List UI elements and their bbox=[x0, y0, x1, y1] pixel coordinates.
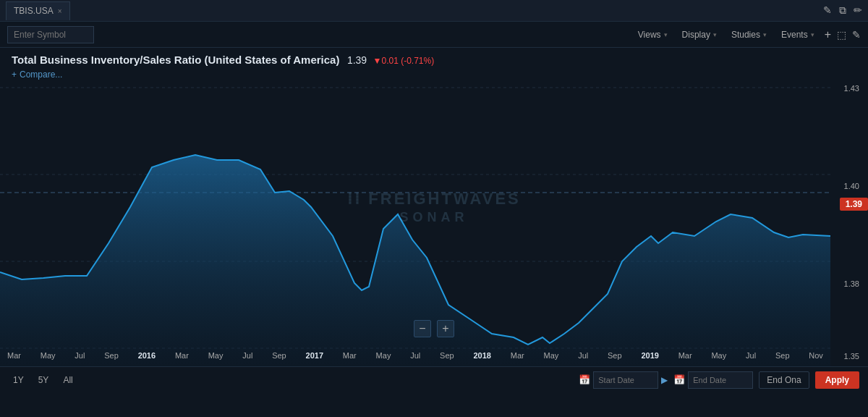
x-label-year-2019: 2019 bbox=[641, 351, 658, 360]
chart-svg bbox=[0, 48, 830, 366]
end-date-group: 📅 bbox=[673, 371, 753, 389]
start-date-input[interactable] bbox=[593, 371, 658, 389]
views-chevron: ▾ bbox=[664, 31, 668, 38]
studies-chevron: ▾ bbox=[763, 31, 767, 38]
x-label-16: May bbox=[544, 351, 559, 360]
display-btn[interactable]: Display ▾ bbox=[678, 28, 721, 41]
studies-btn[interactable]: Studies ▾ bbox=[727, 28, 771, 41]
x-label-15: Mar bbox=[511, 351, 524, 360]
period-1y-btn[interactable]: 1Y bbox=[9, 374, 28, 387]
x-label-year-2017: 2017 bbox=[306, 351, 323, 360]
zoom-out-btn[interactable]: − bbox=[414, 320, 431, 337]
x-label-7: Jul bbox=[242, 351, 252, 360]
events-label: Events bbox=[781, 30, 808, 40]
x-label-6: May bbox=[208, 351, 224, 360]
x-label-23: Sep bbox=[775, 351, 790, 360]
y-label-140: 1.40 bbox=[844, 182, 864, 190]
symbol-input[interactable] bbox=[7, 26, 94, 43]
period-all-btn[interactable]: All bbox=[59, 374, 77, 387]
chart-change: ▼0.01 (-0.71%) bbox=[373, 56, 435, 66]
x-label-10: Mar bbox=[343, 351, 357, 360]
x-label-24: Nov bbox=[809, 351, 823, 360]
copy-icon[interactable]: ⧉ bbox=[839, 4, 846, 17]
views-btn[interactable]: Views ▾ bbox=[634, 28, 672, 41]
tab-close-btn[interactable]: × bbox=[58, 7, 62, 15]
camera-icon[interactable]: ⬚ bbox=[837, 29, 846, 41]
x-label-21: May bbox=[711, 351, 726, 360]
x-label-17: Jul bbox=[578, 351, 588, 360]
views-label: Views bbox=[638, 30, 661, 40]
x-label-8: Sep bbox=[272, 351, 286, 360]
tab-icon-group: ✎ ⧉ ✏ bbox=[823, 4, 862, 17]
y-label-138: 1.38 bbox=[844, 279, 864, 288]
x-label-20: Mar bbox=[678, 351, 692, 360]
chart-title: Total Business Inventory/Sales Ratio (Un… bbox=[12, 54, 339, 66]
add-symbol-icon[interactable]: + bbox=[825, 28, 831, 41]
studies-label: Studies bbox=[731, 30, 760, 40]
y-label-135: 1.35 bbox=[844, 352, 864, 361]
end-date-input[interactable] bbox=[688, 371, 753, 389]
bottom-bar: 1Y 5Y All 📅 ▶ 📅 End Ona Apply bbox=[0, 366, 868, 392]
x-label-1: May bbox=[41, 351, 56, 360]
y-label-143: 1.43 bbox=[844, 84, 864, 93]
x-axis: Mar May Jul Sep 2016 Mar May Jul Sep 201… bbox=[0, 345, 830, 366]
events-btn[interactable]: Events ▾ bbox=[777, 28, 819, 41]
apply-btn[interactable]: Apply bbox=[815, 371, 859, 389]
x-label-18: Sep bbox=[608, 351, 622, 360]
tab-tbis[interactable]: TBIS.USA × bbox=[6, 1, 70, 20]
x-label-12: Jul bbox=[410, 351, 420, 360]
x-label-year-2018: 2018 bbox=[473, 351, 490, 360]
display-chevron: ▾ bbox=[713, 31, 717, 38]
x-label-2: Jul bbox=[75, 351, 85, 360]
display-label: Display bbox=[682, 30, 710, 40]
price-badge: 1.39 bbox=[840, 198, 868, 211]
zoom-controls: − + bbox=[414, 320, 454, 337]
compare-btn[interactable]: + Compare... bbox=[12, 70, 434, 80]
tab-bar: TBIS.USA × ✎ ⧉ ✏ bbox=[0, 0, 868, 22]
x-label-5: Mar bbox=[175, 351, 189, 360]
start-date-group: 📅 ▶ bbox=[579, 371, 668, 389]
end-ona-btn[interactable]: End Ona bbox=[759, 371, 809, 389]
x-label-year-2016: 2016 bbox=[138, 351, 156, 360]
date-arrow-icon: ▶ bbox=[661, 375, 668, 385]
compare-plus-icon: + bbox=[12, 70, 17, 80]
end-calendar-icon[interactable]: 📅 bbox=[673, 374, 685, 385]
edit-icon[interactable]: ✎ bbox=[823, 4, 832, 17]
x-label-11: May bbox=[376, 351, 391, 360]
period-5y-btn[interactable]: 5Y bbox=[34, 374, 54, 387]
x-label-0: Mar bbox=[7, 351, 21, 360]
chart-container: Total Business Inventory/Sales Ratio (Un… bbox=[0, 48, 868, 366]
compare-label: Compare... bbox=[20, 70, 62, 80]
start-calendar-icon[interactable]: 📅 bbox=[579, 374, 590, 385]
chart-current-value: 1.39 bbox=[347, 54, 367, 66]
toolbar: Views ▾ Display ▾ Studies ▾ Events ▾ + ⬚… bbox=[0, 22, 868, 48]
x-label-3: Sep bbox=[104, 351, 119, 360]
draw-icon[interactable]: ✏ bbox=[854, 4, 862, 17]
pencil-icon[interactable]: ✎ bbox=[852, 29, 861, 41]
x-labels-row: Mar May Jul Sep 2016 Mar May Jul Sep 201… bbox=[0, 351, 830, 360]
zoom-in-btn[interactable]: + bbox=[437, 320, 454, 337]
events-chevron: ▾ bbox=[811, 31, 814, 38]
tab-label: TBIS.USA bbox=[14, 6, 54, 16]
x-label-13: Sep bbox=[440, 351, 454, 360]
chart-title-area: Total Business Inventory/Sales Ratio (Un… bbox=[12, 54, 434, 80]
x-label-22: Jul bbox=[746, 351, 756, 360]
